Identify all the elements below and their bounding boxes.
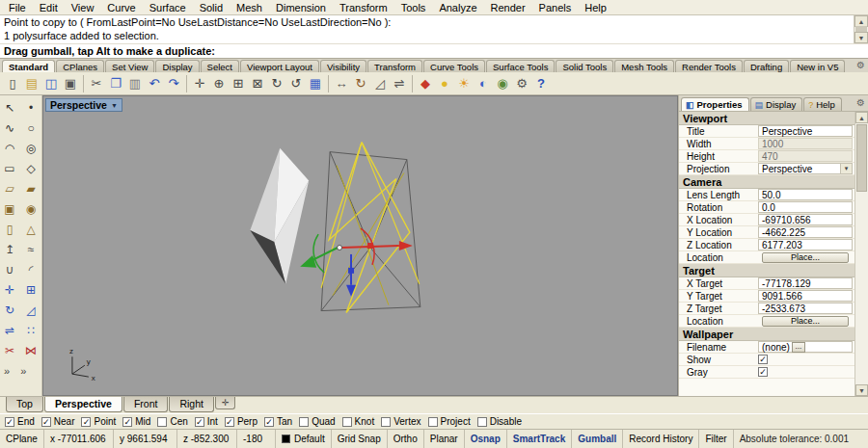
osnap-toggle-vertex[interactable]: Vertex (381, 416, 420, 427)
status-toggle-ortho[interactable]: Ortho (388, 430, 424, 448)
save-icon[interactable]: ◫ (41, 74, 61, 93)
viewport-tab-perspective[interactable]: Perspective (44, 397, 122, 412)
shaded-viewport-icon[interactable]: ◉ (493, 74, 512, 93)
panel-tab-properties[interactable]: ◧Properties (681, 97, 749, 111)
panel-scroll-down-icon[interactable]: ▼ (855, 384, 868, 396)
panel-tab-display[interactable]: ▤Display (750, 97, 803, 111)
panel-options-gear-icon[interactable]: ⚙ (856, 97, 865, 108)
dropdown-arrow-icon[interactable]: ▾ (840, 164, 852, 173)
osnap-checkbox-int[interactable]: ✓ (195, 417, 204, 427)
circle-icon[interactable]: ○ (21, 119, 41, 138)
osnap-toggle-int[interactable]: ✓Int (195, 416, 218, 427)
sidebar-overflow-chevrons[interactable]: » » (0, 365, 41, 377)
sphere-icon[interactable]: ◉ (21, 199, 41, 219)
trim-icon[interactable]: ✂ (0, 341, 19, 360)
curve-icon[interactable]: ∿ (0, 119, 19, 138)
toolbar-tab-cplanes[interactable]: CPlanes (56, 60, 104, 72)
mirror-tool-icon[interactable]: ⇌ (0, 321, 19, 340)
osnap-checkbox-cen[interactable] (157, 417, 167, 427)
selected-wireframe[interactable] (321, 143, 420, 313)
panel-value-y-target[interactable]: 9091.566 (758, 290, 853, 302)
menu-item-analyze[interactable]: Analyze (432, 1, 483, 14)
new-file-icon[interactable]: ▯ (3, 74, 22, 93)
command-history[interactable]: Point to copy to ( FromLastPoint=No UseL… (0, 15, 868, 44)
menu-item-surface[interactable]: Surface (143, 1, 193, 14)
render-icon[interactable]: ◆ (416, 74, 435, 93)
join-icon[interactable]: ⋈ (21, 341, 41, 360)
viewport-canvas[interactable]: z y x (43, 96, 677, 395)
menu-item-edit[interactable]: Edit (33, 1, 65, 14)
viewport-perspective[interactable]: Perspective ▼ (42, 95, 678, 396)
copy-tool-icon[interactable]: ⊞ (21, 280, 41, 300)
toolbar-tab-select[interactable]: Select (201, 60, 239, 72)
toolbar-tabs-gear-icon[interactable]: ⚙ (856, 60, 865, 70)
panel-value-filename[interactable]: (none)... (758, 341, 853, 353)
osnap-checkbox-mid[interactable]: ✓ (122, 417, 132, 427)
osnap-toggle-perp[interactable]: ✓Perp (225, 416, 258, 427)
array-icon[interactable]: ∷ (21, 321, 41, 340)
move-icon[interactable]: ↔ (332, 74, 351, 93)
toolbar-tab-display[interactable]: Display (155, 60, 199, 72)
toolbar-tab-set-view[interactable]: Set View (105, 60, 154, 72)
osnap-toggle-disable[interactable]: Disable (477, 416, 522, 427)
arc-icon[interactable]: ◠ (0, 139, 19, 158)
status-toggle-grid-snap[interactable]: Grid Snap (332, 430, 388, 448)
zoom-extents-icon[interactable]: ⊠ (248, 74, 267, 93)
zoom-dynamic-icon[interactable]: ⊕ (209, 74, 229, 93)
pyramid-solid[interactable] (250, 148, 309, 284)
viewport-tab-add[interactable]: ✛ (215, 397, 236, 409)
toolbar-tab-render-tools[interactable]: Render Tools (675, 60, 743, 72)
render-preview-icon[interactable]: ● (435, 74, 454, 93)
zoom-window-icon[interactable]: ⊞ (229, 74, 248, 93)
status-cplane-button[interactable]: CPlane (0, 430, 44, 448)
cut-icon[interactable]: ✂ (87, 74, 106, 93)
point-icon[interactable]: • (21, 98, 41, 118)
rectangle-icon[interactable]: ▭ (0, 159, 19, 178)
rotate-view-icon[interactable]: ↻ (267, 74, 286, 93)
viewport-title-menu-icon[interactable]: ▼ (111, 102, 118, 109)
scale-tool-icon[interactable]: ◿ (21, 301, 41, 320)
osnap-checkbox-tan[interactable]: ✓ (264, 417, 274, 427)
copy-icon[interactable]: ❐ (106, 74, 125, 93)
scroll-down-icon[interactable]: ▼ (854, 32, 868, 43)
polygon-icon[interactable]: ◇ (21, 159, 41, 178)
material-editor-icon[interactable]: ◐ (474, 74, 493, 93)
extrude-icon[interactable]: ↥ (0, 240, 19, 259)
status-toggle-osnap[interactable]: Osnap (465, 430, 507, 448)
menu-item-file[interactable]: File (2, 1, 33, 14)
osnap-checkbox-vertex[interactable] (381, 417, 391, 427)
loft-icon[interactable]: ≈ (21, 240, 41, 259)
status-toggle-filter[interactable]: Filter (699, 430, 733, 448)
status-toggle-gumball[interactable]: Gumball (572, 430, 623, 448)
osnap-checkbox-knot[interactable] (342, 417, 352, 427)
help-icon[interactable]: ? (531, 74, 551, 93)
toolbar-tab-drafting[interactable]: Drafting (744, 60, 789, 72)
toolbar-tab-transform[interactable]: Transform (367, 60, 422, 72)
open-file-icon[interactable]: ▤ (22, 74, 41, 93)
panel-value-projection[interactable]: Perspective▾ (758, 163, 853, 174)
four-viewports-icon[interactable]: ▦ (306, 74, 325, 93)
rotate-tool-icon[interactable]: ↻ (0, 301, 19, 320)
panel-value-x-location[interactable]: -69710.656 (758, 214, 853, 225)
menu-item-solid[interactable]: Solid (193, 1, 230, 14)
osnap-checkbox-near[interactable]: ✓ (41, 417, 51, 427)
toolbar-tab-standard[interactable]: Standard (2, 60, 55, 72)
osnap-toggle-tan[interactable]: ✓Tan (264, 416, 292, 427)
toolbar-tab-viewport-layout[interactable]: Viewport Layout (240, 60, 319, 72)
browse-button[interactable]: ... (792, 342, 805, 353)
cone-icon[interactable]: △ (21, 220, 41, 239)
rotate-icon[interactable]: ↻ (351, 74, 370, 93)
osnap-checkbox-point[interactable]: ✓ (81, 417, 91, 427)
toolbar-tab-curve-tools[interactable]: Curve Tools (423, 60, 485, 72)
command-prompt-row[interactable]: Drag gumball, tap Alt to make a duplicat… (0, 44, 868, 59)
osnap-checkbox-perp[interactable]: ✓ (225, 417, 234, 427)
fillet-icon[interactable]: ◜ (21, 260, 41, 279)
status-toggle-smarttrack[interactable]: SmartTrack (507, 430, 572, 448)
viewport-tab-front[interactable]: Front (123, 397, 169, 412)
toolbar-tab-new-in-v5[interactable]: New in V5 (790, 60, 845, 72)
menu-item-help[interactable]: Help (578, 1, 613, 14)
panel-scroll-up-icon[interactable]: ▲ (855, 112, 868, 123)
menu-item-dimension[interactable]: Dimension (269, 1, 333, 14)
osnap-toggle-cen[interactable]: Cen (157, 416, 187, 427)
panel-value-x-target[interactable]: -77178.129 (758, 277, 853, 289)
